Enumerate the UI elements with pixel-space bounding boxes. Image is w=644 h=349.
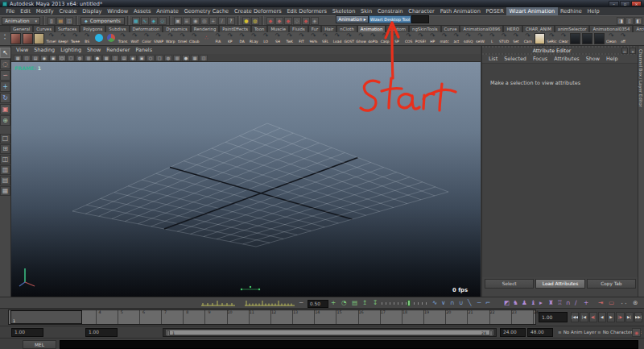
- shelf-thumb-map[interactable]: [34, 32, 46, 46]
- step-forward-frame-button[interactable]: ▶|: [625, 312, 634, 322]
- shelf-item-off[interactable]: ↷off: [617, 32, 630, 46]
- menu-skin[interactable]: Skin: [358, 7, 375, 15]
- ae-menu-attributes[interactable]: Attributes: [554, 56, 580, 62]
- frame-cell-11[interactable]: 11: [228, 310, 250, 324]
- single-pane-layout-button[interactable]: □: [0, 134, 10, 143]
- clock-icon[interactable]: ◔: [341, 299, 347, 307]
- menu-window[interactable]: Window: [105, 7, 131, 15]
- shelf-item-da[interactable]: ↷DA: [236, 32, 248, 46]
- resolution-gate-icon[interactable]: ◍: [76, 55, 84, 61]
- camera-bookmark-icon[interactable]: ◫: [23, 55, 31, 61]
- frame-cell-24[interactable]: 24: [512, 310, 534, 324]
- menu-modify[interactable]: Modify: [33, 7, 56, 15]
- step-back-key-button[interactable]: ◀|: [589, 312, 597, 322]
- step-tangent-icon[interactable]: ╲: [468, 299, 472, 307]
- menu-help[interactable]: Help: [584, 7, 602, 15]
- menu-character[interactable]: Character: [406, 7, 437, 15]
- shelf-item-matc[interactable]: ↷matc: [439, 32, 451, 46]
- shelf-item-casp[interactable]: ↷Casp: [379, 32, 391, 46]
- select-object-icon[interactable]: ◆: [275, 17, 283, 25]
- shelf-item-fia[interactable]: ↷FIA: [213, 32, 225, 46]
- anim-slider-thumb[interactable]: [407, 300, 411, 306]
- multisampling-icon[interactable]: ●: [182, 55, 190, 61]
- outliner-layout-button[interactable]: ▥: [0, 165, 10, 175]
- shelf-thumb-orange[interactable]: [534, 32, 546, 46]
- menuset-dropdown[interactable]: Animation ▾: [2, 17, 40, 25]
- range-slider-track[interactable]: 1 24: [163, 328, 497, 337]
- pose-rook-icon[interactable]: ♜: [548, 299, 554, 307]
- viewport-menu-lighting[interactable]: Lighting: [60, 47, 81, 53]
- menu-redhine[interactable]: Redhine: [558, 7, 585, 15]
- shelf-tab-polygons[interactable]: Polygons: [80, 26, 105, 32]
- snapshot-icon[interactable]: ▭: [609, 299, 614, 307]
- two-d-pan-icon[interactable]: ◉: [40, 55, 48, 61]
- playback-end-field[interactable]: 24.00: [500, 328, 526, 337]
- scale-tool[interactable]: ▣: [0, 104, 10, 114]
- animation-end-field[interactable]: 48.00: [527, 328, 553, 337]
- menu-geometry-cache[interactable]: Geometry Cache: [181, 7, 231, 15]
- ae-menu-show[interactable]: Show: [586, 56, 600, 62]
- frame-cell-12[interactable]: 12: [250, 310, 271, 324]
- shadows-icon[interactable]: □: [155, 55, 163, 61]
- shelf-thumb-character-1[interactable]: [10, 32, 22, 46]
- new-scene-icon[interactable]: ▯: [47, 17, 56, 25]
- import-anim-icon[interactable]: ↧: [373, 299, 378, 307]
- viewport-menu-view[interactable]: View: [16, 47, 28, 53]
- snap-to-grid-icon[interactable]: ▦: [132, 17, 140, 25]
- menu-display[interactable]: Display: [80, 7, 105, 15]
- shelf-dots-icon[interactable]: ∴: [200, 32, 213, 46]
- frame-cell-21[interactable]: 21: [446, 310, 468, 324]
- current-frame-marker[interactable]: 1: [10, 310, 82, 324]
- viewport-canvas[interactable]: FRAME: 1 0 fps: [11, 62, 481, 297]
- shelf-thumb-dark-2[interactable]: [581, 32, 593, 46]
- shelf-item-act[interactable]: ↷act: [450, 32, 462, 46]
- shelf-tab-curve[interactable]: Curve: [441, 26, 460, 32]
- ae-menu-selected[interactable]: Selected: [504, 56, 526, 62]
- shelf-tab-ngskintools[interactable]: ngSkinTools: [409, 26, 441, 32]
- auto-keyframe-icon[interactable]: ◉: [632, 328, 641, 337]
- arc-icon[interactable]: ∩: [566, 299, 571, 307]
- select-component-icon[interactable]: ◆: [284, 17, 292, 25]
- shelf-item-time[interactable]: ↷Time!: [45, 32, 57, 46]
- shelf-item-snap[interactable]: ↷SNAP: [153, 32, 165, 46]
- viewport-menu-show[interactable]: Show: [87, 47, 101, 53]
- highlight-selection-icon[interactable]: ●: [242, 17, 250, 25]
- pose-pawn-icon[interactable]: ♟: [522, 299, 527, 307]
- shelf-item-dopla[interactable]: ↷doPla: [367, 32, 379, 46]
- shelf-tab-hero[interactable]: HERO: [503, 26, 522, 32]
- time-slider[interactable]: 123456789101112131415161718192021222324 …: [8, 310, 536, 325]
- render-settings-icon[interactable]: +: [209, 17, 217, 25]
- field-chart-icon[interactable]: ●: [93, 55, 101, 61]
- shelf-tab-ncloth[interactable]: nCloth: [336, 26, 357, 32]
- shelf-tab-deformation[interactable]: Deformation: [130, 26, 163, 32]
- lock-selection-icon[interactable]: ◍: [251, 17, 259, 25]
- menu-animate[interactable]: Animate: [154, 7, 181, 15]
- folder-icon[interactable]: ▤: [352, 299, 357, 307]
- shelf-thumb-character-2[interactable]: [22, 32, 34, 46]
- anim-layer-dropdown[interactable]: ≡No Anim Layer: [558, 328, 597, 337]
- shaded-icon[interactable]: ◉: [129, 55, 137, 61]
- universal-manipulator-tool[interactable]: ⊕: [0, 115, 10, 126]
- shelf-item-color[interactable]: ↷Color: [141, 32, 153, 46]
- help-icon[interactable]: ?: [227, 17, 235, 25]
- menu-create[interactable]: Create: [56, 7, 80, 15]
- minus-icon[interactable]: −: [299, 299, 303, 307]
- shelf-tab-subdivs[interactable]: Subdivs: [105, 26, 129, 32]
- ae-menu-help[interactable]: Help: [606, 56, 618, 62]
- frame-cell-10[interactable]: 10: [206, 310, 228, 324]
- select-by-type-icon[interactable]: ◇: [293, 17, 301, 25]
- ae-menu-focus[interactable]: Focus: [533, 56, 547, 62]
- shelf-item-gost[interactable]: ↷GOST: [343, 32, 355, 46]
- select-hierarchy-icon[interactable]: ◆: [266, 17, 275, 25]
- shelf-item-set[interactable]: ↷Set: [510, 32, 522, 46]
- linear-tangent-icon[interactable]: ∨: [441, 299, 446, 307]
- frame-cell-14[interactable]: 14: [293, 310, 315, 324]
- construction-history-icon[interactable]: ▣: [174, 17, 182, 25]
- hypergraph-layout-button[interactable]: ▦: [0, 186, 10, 196]
- shelf-tab-animational0354[interactable]: Animational0354: [589, 26, 633, 32]
- frame-cell-23[interactable]: 23: [490, 310, 512, 324]
- channel-box-tab-strip[interactable]: Channel Box / Layer Editor: [638, 46, 644, 297]
- ipr-render-icon[interactable]: ◎: [200, 17, 208, 25]
- mel-button[interactable]: MEL: [23, 340, 56, 349]
- shelf-tab-painteffects[interactable]: PaintEffects: [219, 26, 251, 32]
